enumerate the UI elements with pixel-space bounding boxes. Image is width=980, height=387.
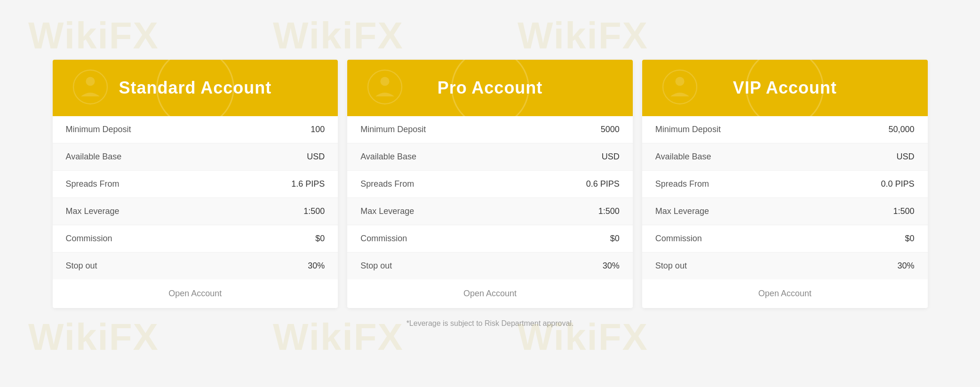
card-row-pro-3: Max Leverage1:500 — [347, 198, 633, 225]
footnote: *Leverage is subject to Risk Department … — [406, 319, 574, 328]
row-value-pro-3: 1:500 — [598, 206, 620, 216]
card-row-standard-5: Stop out30% — [53, 253, 338, 279]
row-value-vip-0: 50,000 — [888, 125, 914, 134]
row-value-pro-5: 30% — [603, 261, 620, 271]
row-label-vip-1: Available Base — [655, 152, 711, 162]
card-row-vip-4: Commission$0 — [642, 225, 928, 253]
row-value-pro-1: USD — [602, 152, 620, 162]
card-row-standard-4: Commission$0 — [53, 225, 338, 253]
row-label-standard-0: Minimum Deposit — [66, 125, 131, 134]
card-row-pro-5: Stop out30% — [347, 253, 633, 279]
row-value-standard-4: $0 — [315, 234, 325, 244]
row-label-pro-4: Commission — [360, 234, 407, 244]
row-label-standard-3: Max Leverage — [66, 206, 120, 216]
card-row-pro-1: Available BaseUSD — [347, 143, 633, 171]
card-row-standard-0: Minimum Deposit100 — [53, 116, 338, 143]
row-label-vip-5: Stop out — [655, 261, 687, 271]
card-row-vip-0: Minimum Deposit50,000 — [642, 116, 928, 143]
account-card-vip: VIP AccountMinimum Deposit50,000Availabl… — [642, 60, 928, 308]
row-value-vip-5: 30% — [897, 261, 914, 271]
card-row-vip-2: Spreads From0.0 PIPS — [642, 171, 928, 198]
card-row-vip-5: Stop out30% — [642, 253, 928, 279]
card-footer-standard: Open Account — [53, 279, 338, 308]
row-value-vip-2: 0.0 PIPS — [881, 179, 914, 189]
card-rows-pro: Minimum Deposit5000Available BaseUSDSpre… — [347, 116, 633, 279]
header-icon-standard — [72, 68, 109, 108]
row-value-vip-3: 1:500 — [893, 206, 914, 216]
row-label-standard-2: Spreads From — [66, 179, 120, 189]
row-label-vip-2: Spreads From — [655, 179, 709, 189]
svg-point-5 — [675, 77, 684, 86]
card-footer-vip: Open Account — [642, 279, 928, 308]
card-title-vip: VIP Account — [733, 78, 837, 98]
row-label-pro-3: Max Leverage — [360, 206, 414, 216]
card-rows-vip: Minimum Deposit50,000Available BaseUSDSp… — [642, 116, 928, 279]
card-row-pro-2: Spreads From0.6 PIPS — [347, 171, 633, 198]
row-label-pro-5: Stop out — [360, 261, 392, 271]
card-rows-standard: Minimum Deposit100Available BaseUSDSprea… — [53, 116, 338, 279]
row-value-standard-5: 30% — [308, 261, 325, 271]
svg-point-4 — [663, 70, 697, 104]
svg-point-2 — [368, 70, 402, 104]
card-row-vip-1: Available BaseUSD — [642, 143, 928, 171]
svg-point-3 — [381, 77, 390, 86]
cards-container: Standard AccountMinimum Deposit100Availa… — [53, 60, 928, 308]
account-card-standard: Standard AccountMinimum Deposit100Availa… — [53, 60, 338, 308]
card-title-pro: Pro Account — [438, 78, 543, 98]
card-row-standard-2: Spreads From1.6 PIPS — [53, 171, 338, 198]
row-label-standard-4: Commission — [66, 234, 112, 244]
row-value-pro-0: 5000 — [601, 125, 620, 134]
row-value-pro-4: $0 — [610, 234, 620, 244]
row-label-pro-0: Minimum Deposit — [360, 125, 426, 134]
page-wrapper: Standard AccountMinimum Deposit100Availa… — [24, 41, 956, 347]
row-label-pro-1: Available Base — [360, 152, 416, 162]
open-account-button-vip[interactable]: Open Account — [758, 289, 812, 298]
header-icon-vip — [661, 68, 699, 108]
row-value-vip-4: $0 — [905, 234, 914, 244]
row-label-standard-5: Stop out — [66, 261, 97, 271]
svg-point-0 — [73, 70, 107, 104]
card-row-vip-3: Max Leverage1:500 — [642, 198, 928, 225]
open-account-button-standard[interactable]: Open Account — [168, 289, 222, 298]
row-value-pro-2: 0.6 PIPS — [586, 179, 620, 189]
card-header-vip: VIP Account — [642, 60, 928, 116]
card-row-pro-0: Minimum Deposit5000 — [347, 116, 633, 143]
row-value-standard-2: 1.6 PIPS — [291, 179, 325, 189]
card-header-pro: Pro Account — [347, 60, 633, 116]
svg-point-1 — [86, 77, 95, 86]
row-value-vip-1: USD — [897, 152, 915, 162]
row-label-vip-3: Max Leverage — [655, 206, 709, 216]
row-label-pro-2: Spreads From — [360, 179, 414, 189]
card-title-standard: Standard Account — [119, 78, 271, 98]
header-icon-pro — [366, 68, 404, 108]
row-value-standard-1: USD — [307, 152, 325, 162]
card-row-pro-4: Commission$0 — [347, 225, 633, 253]
row-label-standard-1: Available Base — [66, 152, 122, 162]
card-row-standard-1: Available BaseUSD — [53, 143, 338, 171]
row-value-standard-0: 100 — [311, 125, 325, 134]
row-label-vip-4: Commission — [655, 234, 702, 244]
card-header-standard: Standard Account — [53, 60, 338, 116]
open-account-button-pro[interactable]: Open Account — [463, 289, 517, 298]
row-label-vip-0: Minimum Deposit — [655, 125, 721, 134]
card-row-standard-3: Max Leverage1:500 — [53, 198, 338, 225]
account-card-pro: Pro AccountMinimum Deposit5000Available … — [347, 60, 633, 308]
row-value-standard-3: 1:500 — [303, 206, 325, 216]
card-footer-pro: Open Account — [347, 279, 633, 308]
